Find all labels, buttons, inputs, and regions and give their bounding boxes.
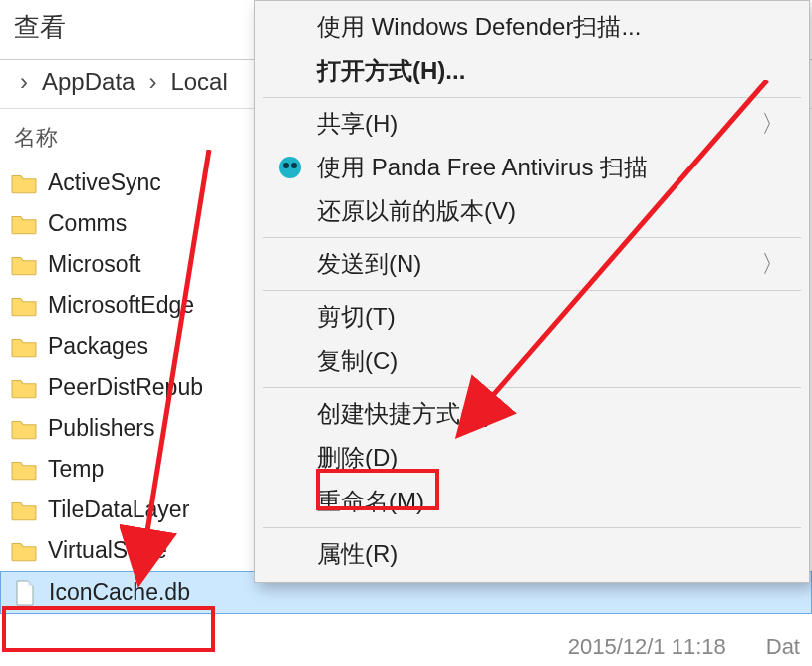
status-date: 2015/12/1 11:18 bbox=[568, 634, 726, 660]
file-label: Temp bbox=[48, 456, 104, 483]
folder-icon bbox=[10, 539, 38, 563]
status-bar: 2015/12/1 11:18 Dat bbox=[568, 634, 800, 660]
file-label: ActiveSync bbox=[48, 169, 161, 196]
status-type: Dat bbox=[766, 634, 800, 660]
ctx-label: 复制(C) bbox=[317, 345, 789, 377]
file-label: MicrosoftEdge bbox=[48, 292, 194, 319]
breadcrumb-sep: › bbox=[148, 68, 156, 96]
ctx-label: 发送到(N) bbox=[317, 248, 749, 280]
file-label: PeerDistRepub bbox=[48, 374, 203, 401]
ctx-label: 还原以前的版本(V) bbox=[317, 195, 789, 227]
folder-icon bbox=[10, 499, 38, 522]
ctx-label: 属性(R) bbox=[317, 538, 789, 570]
ctx-send-to[interactable]: 发送到(N) 〉 bbox=[255, 242, 809, 286]
folder-icon bbox=[10, 458, 38, 482]
context-menu: 使用 Windows Defender扫描... 打开方式(H)... 共享(H… bbox=[254, 0, 810, 583]
ctx-rename[interactable]: 重命名(M) bbox=[255, 480, 809, 523]
file-label: Packages bbox=[48, 333, 148, 360]
ctx-label: 剪切(T) bbox=[317, 301, 789, 333]
chevron-right-icon: 〉 bbox=[761, 248, 789, 280]
ctx-defender-scan[interactable]: 使用 Windows Defender扫描... bbox=[255, 5, 809, 49]
ctx-label: 使用 Windows Defender扫描... bbox=[317, 11, 789, 43]
ctx-label: 重命名(M) bbox=[317, 486, 789, 517]
ctx-cut[interactable]: 剪切(T) bbox=[255, 295, 809, 339]
ctx-label: 打开方式(H)... bbox=[317, 55, 789, 87]
chevron-right-icon: 〉 bbox=[761, 108, 789, 140]
ctx-separator bbox=[263, 527, 801, 528]
folder-icon bbox=[10, 376, 38, 400]
ctx-open-with[interactable]: 打开方式(H)... bbox=[255, 49, 809, 93]
ctx-label: 删除(D) bbox=[317, 442, 789, 474]
file-label: VirtualStore bbox=[48, 537, 167, 564]
ctx-label: 使用 Panda Free Antivirus 扫描 bbox=[317, 152, 789, 183]
ctx-delete[interactable]: 删除(D) bbox=[255, 436, 809, 480]
svg-point-2 bbox=[291, 163, 297, 168]
file-label: Publishers bbox=[48, 415, 154, 442]
file-label: Microsoft bbox=[48, 251, 140, 278]
breadcrumb-sep: › bbox=[20, 68, 28, 96]
ctx-restore-previous[interactable]: 还原以前的版本(V) bbox=[255, 189, 809, 233]
ctx-separator bbox=[263, 97, 801, 98]
menu-view[interactable]: 查看 bbox=[14, 12, 66, 42]
ctx-panda-scan[interactable]: 使用 Panda Free Antivirus 扫描 bbox=[255, 146, 809, 189]
ctx-separator bbox=[263, 237, 801, 238]
ctx-separator bbox=[263, 290, 801, 291]
file-icon bbox=[11, 581, 39, 605]
file-label: TileDataLayer bbox=[48, 497, 189, 523]
folder-icon bbox=[10, 171, 38, 195]
folder-icon bbox=[10, 417, 38, 441]
ctx-label: 共享(H) bbox=[317, 108, 749, 140]
file-label: IconCache.db bbox=[49, 579, 190, 606]
ctx-separator bbox=[263, 387, 801, 388]
ctx-create-shortcut[interactable]: 创建快捷方式(S) bbox=[255, 392, 809, 436]
ctx-share[interactable]: 共享(H) 〉 bbox=[255, 102, 809, 146]
folder-icon bbox=[10, 335, 38, 359]
file-label: Comms bbox=[48, 210, 127, 237]
folder-icon bbox=[10, 253, 38, 277]
svg-point-0 bbox=[279, 157, 301, 178]
breadcrumb-appdata[interactable]: AppData bbox=[42, 68, 135, 96]
panda-icon bbox=[275, 155, 305, 180]
ctx-label: 创建快捷方式(S) bbox=[317, 398, 789, 430]
ctx-copy[interactable]: 复制(C) bbox=[255, 339, 809, 383]
breadcrumb-local[interactable]: Local bbox=[170, 68, 227, 96]
svg-point-1 bbox=[283, 163, 289, 168]
folder-icon bbox=[10, 294, 38, 318]
folder-icon bbox=[10, 212, 38, 236]
ctx-properties[interactable]: 属性(R) bbox=[255, 532, 809, 576]
